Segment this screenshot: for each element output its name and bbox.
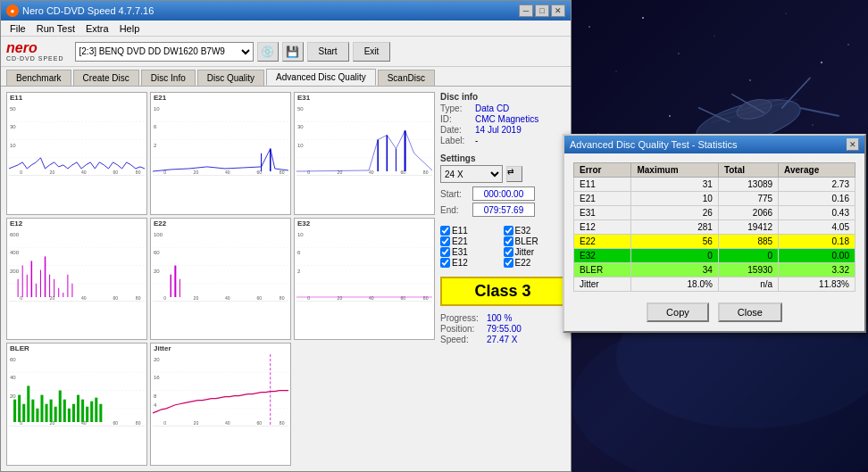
cell-e32-total: 0 <box>718 249 778 263</box>
svg-rect-119 <box>72 404 75 422</box>
cell-e32-max: 0 <box>631 249 718 263</box>
chart-e12: E12 600 400 200 0 20 40 60 80 <box>6 218 147 341</box>
cb-e11-item[interactable]: E11 <box>440 226 503 236</box>
tab-advanced-disc-quality[interactable]: Advanced Disc Quality <box>266 69 376 86</box>
tabs-bar: Benchmark Create Disc Disc Info Disc Qua… <box>1 67 571 87</box>
position-key: Position: <box>440 324 483 334</box>
menu-extra[interactable]: Extra <box>80 22 114 35</box>
svg-text:0: 0 <box>307 170 310 175</box>
disc-icon-button[interactable]: 💿 <box>257 42 279 62</box>
cb-e11-input[interactable] <box>440 226 450 236</box>
cell-bler-avg: 3.32 <box>779 263 855 277</box>
cell-e22-avg: 0.18 <box>779 235 855 249</box>
cb-e12-input[interactable] <box>440 258 450 268</box>
tab-benchmark[interactable]: Benchmark <box>6 70 71 86</box>
chart-e31: E31 50 30 10 0 20 40 60 80 <box>294 92 435 215</box>
chart-e11-container: 50 30 10 0 20 40 60 80 <box>9 104 145 212</box>
maximize-button[interactable]: □ <box>535 4 549 17</box>
svg-rect-111 <box>36 409 38 422</box>
chart-e32-svg: 10 6 2 0 20 40 60 80 <box>296 229 432 302</box>
cell-e21-error: E21 <box>574 192 631 206</box>
cb-e12-item[interactable]: E12 <box>440 258 503 268</box>
svg-point-149 <box>847 44 848 45</box>
cb-e21-label: E21 <box>452 236 468 246</box>
svg-text:80: 80 <box>136 170 141 175</box>
svg-text:80: 80 <box>280 420 285 426</box>
tab-create-disc[interactable]: Create Disc <box>73 70 139 86</box>
cell-bler-max: 34 <box>631 263 718 277</box>
tab-disc-info[interactable]: Disc Info <box>141 70 196 86</box>
window-close-button[interactable]: ✕ <box>551 4 565 17</box>
cb-e21-input[interactable] <box>440 236 450 246</box>
cb-e22-item[interactable]: E22 <box>504 258 566 268</box>
minimize-button[interactable]: ─ <box>519 4 533 17</box>
window-title: Nero CD-DVD Speed 4.7.7.16 <box>22 5 154 16</box>
svg-text:60: 60 <box>113 295 119 301</box>
cb-e32-item[interactable]: E32 <box>504 226 566 236</box>
nero-logo: nero CD·DVD SPEED <box>6 41 64 62</box>
chart-e11-svg: 50 30 10 0 20 40 60 80 <box>9 104 145 176</box>
svg-point-148 <box>821 62 822 63</box>
svg-text:30: 30 <box>10 124 16 129</box>
chart-e21-svg: 10 6 2 0 20 40 60 80 <box>153 104 288 176</box>
tab-disc-quality[interactable]: Disc Quality <box>197 70 264 86</box>
svg-rect-116 <box>59 391 62 422</box>
exit-button[interactable]: Exit <box>353 42 391 62</box>
cb-bler-item[interactable]: BLER <box>504 236 566 246</box>
end-time-input[interactable] <box>472 203 535 217</box>
svg-text:20: 20 <box>194 420 199 426</box>
stats-table-head: Error Maximum Total Average <box>574 163 855 178</box>
cell-e32-error: E32 <box>574 249 631 263</box>
copy-button[interactable]: Copy <box>647 302 709 322</box>
app-icon: ● <box>6 4 19 17</box>
svg-point-141 <box>588 26 590 28</box>
cell-jitter-error: Jitter <box>574 277 631 292</box>
tab-scandisc[interactable]: ScanDisc <box>378 70 435 86</box>
svg-text:80: 80 <box>280 295 285 301</box>
cb-e22-label: E22 <box>515 258 531 268</box>
table-row: BLER 34 15930 3.32 <box>574 263 855 277</box>
cell-e12-error: E12 <box>574 220 631 235</box>
info-panel: Disc info Type: Data CD ID: CMC Magnetic… <box>440 92 565 466</box>
svg-text:0: 0 <box>163 420 166 426</box>
table-row: E21 10 775 0.16 <box>574 192 855 206</box>
cb-jitter-input[interactable] <box>504 247 513 257</box>
cb-e22-input[interactable] <box>504 258 513 268</box>
menu-file[interactable]: File <box>4 22 31 35</box>
speed-value: 27.47 X <box>487 335 517 344</box>
start-button[interactable]: Start <box>307 42 349 62</box>
type-key: Type: <box>440 104 472 113</box>
menu-help[interactable]: Help <box>114 22 146 35</box>
chart-e22: E22 100 60 20 0 20 40 60 80 <box>150 218 291 341</box>
svg-text:8: 8 <box>154 393 157 399</box>
cb-bler-input[interactable] <box>504 236 513 246</box>
label-key: Label: <box>440 136 472 145</box>
drive-select[interactable]: [2:3] BENQ DVD DD DW1620 B7W9 <box>75 42 254 62</box>
chart-e21: E21 10 6 2 0 20 40 60 80 <box>150 92 291 215</box>
progress-section: Progress: 100 % Position: 79:55.00 Speed… <box>440 313 565 345</box>
cb-e11-label: E11 <box>452 226 468 236</box>
cb-e21-item[interactable]: E21 <box>440 236 503 246</box>
chart-jitter-svg: 20 16 8 4 0 20 40 60 80 <box>153 354 288 426</box>
close-button[interactable]: Close <box>718 302 782 322</box>
cell-e22-max: 56 <box>631 235 718 249</box>
range-button[interactable]: ⇄ <box>506 166 522 182</box>
svg-point-147 <box>786 13 787 14</box>
save-icon-button[interactable]: 💾 <box>282 42 304 62</box>
cell-e31-error: E31 <box>574 206 631 220</box>
svg-text:6: 6 <box>154 124 157 129</box>
svg-text:6: 6 <box>297 250 301 255</box>
start-time-input[interactable] <box>472 186 535 201</box>
cb-e31-item[interactable]: E31 <box>440 247 503 257</box>
chart-e32: E32 10 6 2 0 20 40 60 80 <box>294 218 435 341</box>
svg-rect-115 <box>54 407 57 422</box>
speed-select[interactable]: 24 X <box>440 165 503 183</box>
cb-e32-input[interactable] <box>504 226 513 236</box>
cb-e31-input[interactable] <box>440 247 450 257</box>
cb-jitter-item[interactable]: Jitter <box>504 247 566 257</box>
svg-rect-112 <box>40 395 43 422</box>
svg-text:0: 0 <box>20 170 22 175</box>
chart-bler-label: BLER <box>10 344 29 352</box>
stats-dialog-close-button[interactable]: ✕ <box>847 138 859 151</box>
menu-run-test[interactable]: Run Test <box>31 22 80 35</box>
